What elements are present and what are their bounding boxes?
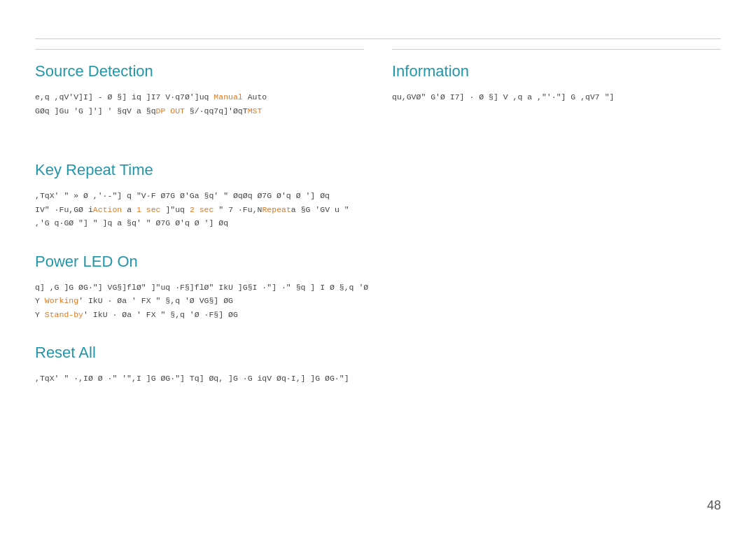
information-section: Information qu,GVØ" G'Ø I7] · Ø §] V ,q …	[392, 49, 721, 118]
key-repeat-line1: ,TqX' " » Ø ,'·-"] q "V·F Ø7G Ø'Ga §q' "…	[35, 189, 721, 203]
reset-all-body: ,TqX' " ·,IØ Ø ·" '",I ]G ØG·"] Tq] Øq, …	[35, 372, 721, 386]
reset-all-line1: ,TqX' " ·,IØ Ø ·" '",I ]G ØG·"] Tq] Øq, …	[35, 372, 721, 386]
power-led-body: q] ,G ]G ØG·"] VG§]flØ" ]"uq ·F§]flØ" Ik…	[35, 281, 721, 322]
top-divider	[35, 38, 721, 39]
source-detection-title: Source Detection	[35, 62, 364, 80]
power-led-title: Power LED On	[35, 253, 721, 271]
information-body: qu,GVØ" G'Ø I7] · Ø §] V ,q a ,"'·"] G ,…	[392, 90, 721, 104]
key-repeat-body: ,TqX' " » Ø ,'·-"] q "V·F Ø7G Ø'Ga §q' "…	[35, 189, 721, 230]
source-detection-line1: e,q ,qV'V]I] - Ø §] iq ]I7 V·q7Ø']uq Man…	[35, 90, 364, 104]
information-line1: qu,GVØ" G'Ø I7] · Ø §] V ,q a ,"'·"] G ,…	[392, 90, 721, 104]
power-led-line3: Y Stand-by' IkU · Øa ' FX " §,q 'Ø ·F§] …	[35, 308, 721, 322]
information-title: Information	[392, 62, 721, 80]
source-detection-body: e,q ,qV'V]I] - Ø §] iq ]I7 V·q7Ø']uq Man…	[35, 90, 364, 118]
source-detection-line2: GØq ]Gu 'G ]'] ' §qV a §qDP OUT §/·qq7q]…	[35, 104, 364, 118]
power-led-section: Power LED On q] ,G ]G ØG·"] VG§]flØ" ]"u…	[35, 253, 721, 322]
reset-all-title: Reset All	[35, 344, 721, 362]
power-led-line1: q] ,G ]G ØG·"] VG§]flØ" ]"uq ·F§]flØ" Ik…	[35, 281, 721, 295]
info-divider	[392, 49, 721, 50]
top-two-col: Source Detection e,q ,qV'V]I] - Ø §] iq …	[35, 49, 721, 140]
page-container: Source Detection e,q ,qV'V]I] - Ø §] iq …	[0, 0, 756, 534]
key-repeat-line3: ,'G q·GØ "] " ]q a §q' " Ø7G Ø'q Ø '] Øq	[35, 216, 721, 230]
key-repeat-section: Key Repeat Time ,TqX' " » Ø ,'·-"] q "V·…	[35, 161, 721, 230]
section-divider	[35, 49, 364, 50]
page-number: 48	[707, 498, 721, 513]
key-repeat-line2: IV" ·Fu,GØ iAction a 1 sec ]"uq 2 sec " …	[35, 203, 721, 217]
key-repeat-title: Key Repeat Time	[35, 161, 721, 179]
reset-all-section: Reset All ,TqX' " ·,IØ Ø ·" '",I ]G ØG·"…	[35, 344, 721, 386]
source-detection-section: Source Detection e,q ,qV'V]I] - Ø §] iq …	[35, 49, 364, 118]
power-led-line2: Y Working' IkU · Øa ' FX " §,q 'Ø VG§] Ø…	[35, 294, 721, 308]
